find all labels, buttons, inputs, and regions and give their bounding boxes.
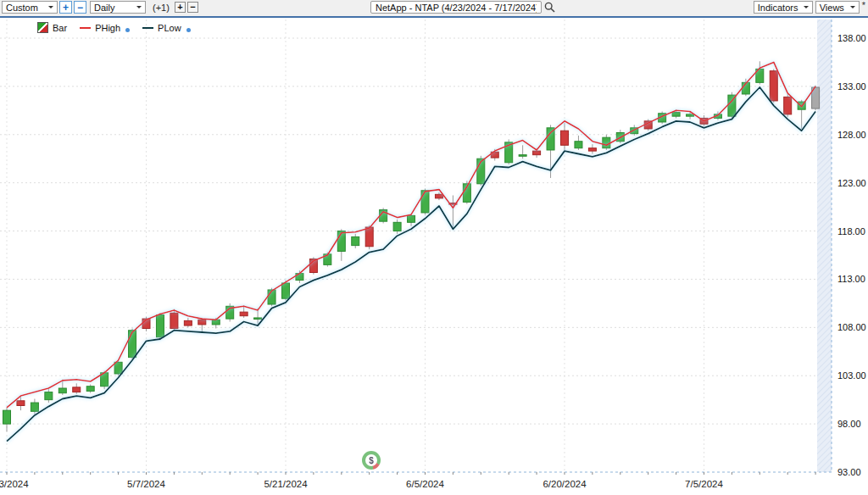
- y-axis-label: 113.00: [837, 274, 865, 284]
- legend-bar-label: Bar: [53, 23, 67, 33]
- candle: [421, 191, 429, 213]
- frequency-dropdown-label: Daily: [94, 3, 114, 13]
- indicator-marker-icon[interactable]: [186, 28, 191, 32]
- candle: [575, 142, 582, 148]
- period-dropdown[interactable]: Custom: [2, 1, 58, 14]
- y-axis-label: 118.00: [837, 226, 865, 236]
- candle: [198, 320, 206, 325]
- candle: [45, 392, 53, 400]
- zoom-in-button[interactable]: +: [59, 1, 72, 14]
- candle: [212, 320, 220, 325]
- chevron-down-icon: [48, 6, 53, 11]
- plow-line-icon: [142, 27, 153, 29]
- indicators-button-label: Indicators: [758, 3, 798, 13]
- candle: [408, 215, 415, 222]
- candle: [672, 113, 680, 117]
- bar-decrease-button[interactable]: −: [187, 2, 198, 13]
- candle: [73, 387, 81, 392]
- chevron-down-icon: [804, 6, 809, 11]
- bar-increase-button[interactable]: +: [175, 2, 186, 13]
- candle: [184, 320, 192, 325]
- y-axis-label: 133.00: [837, 81, 866, 92]
- candle: [588, 148, 596, 151]
- horizontal-gridlines: [0, 38, 832, 424]
- y-axis-label: 128.00: [837, 130, 866, 140]
- toolbar-left-group: Custom + − Daily (+1) + −: [2, 1, 198, 14]
- candle: [435, 194, 442, 198]
- x-axis-label: 5/21/2024: [264, 479, 308, 489]
- candle: [687, 114, 694, 116]
- candle: [365, 227, 373, 247]
- y-axis-labels: 138.00133.00128.00123.00118.00113.00108.…: [837, 33, 866, 477]
- candle: [519, 155, 526, 157]
- candle: [129, 331, 136, 358]
- candle: [240, 312, 248, 316]
- y-axis-label: 138.00: [837, 33, 866, 43]
- y-axis-label: 123.00: [837, 178, 866, 188]
- y-axis-label: 93.00: [837, 467, 861, 477]
- chart-area: 138.00133.00128.00123.00118.00113.00108.…: [0, 18, 868, 495]
- symbol-input[interactable]: [370, 1, 542, 14]
- candle: [31, 403, 38, 411]
- indicator-marker-icon[interactable]: [125, 28, 130, 32]
- barchart-logo-icon: $: [362, 451, 381, 470]
- x-axis-label: 6/5/2024: [406, 479, 444, 489]
- candle: [17, 401, 25, 406]
- candle: [254, 318, 262, 320]
- candle: [156, 315, 164, 337]
- zoom-out-button[interactable]: −: [74, 1, 86, 14]
- chart-legend: Bar PHigh PLow: [37, 22, 191, 33]
- y-axis-label: 103.00: [837, 370, 866, 381]
- unsaved-changes-marker: *: [862, 2, 865, 8]
- period-dropdown-label: Custom: [6, 3, 38, 13]
- candle: [282, 283, 290, 298]
- candle: [170, 313, 178, 328]
- aggregation-label: (+1): [153, 3, 170, 13]
- x-axis-label: 7/5/2024: [685, 479, 723, 489]
- dollar-sign: $: [365, 454, 377, 466]
- x-axis-label: 4/23/2024: [0, 479, 29, 489]
- toolbar-right-group: Indicators Views *: [754, 1, 865, 14]
- views-button-label: Views: [820, 3, 844, 13]
- x-axis-label: 5/7/2024: [127, 479, 165, 489]
- y-axis-label: 108.00: [837, 322, 866, 332]
- candle: [114, 362, 122, 374]
- candle: [533, 151, 541, 155]
- chevron-down-icon: [136, 6, 142, 11]
- candle: [561, 131, 569, 145]
- chevron-down-icon: [850, 6, 855, 11]
- legend-item-phigh[interactable]: PHigh: [80, 23, 130, 33]
- candle: [393, 222, 401, 231]
- x-axis-label: 6/20/2024: [542, 479, 587, 489]
- toolbar-center-group: [370, 1, 555, 14]
- price-chart[interactable]: 138.00133.00128.00123.00118.00113.00108.…: [0, 18, 868, 495]
- bar-series-icon: [37, 22, 48, 33]
- candle: [770, 71, 777, 101]
- views-button[interactable]: Views: [815, 1, 860, 14]
- phigh-line-icon: [80, 27, 91, 29]
- candle: [603, 137, 610, 148]
- candle: [58, 388, 66, 393]
- legend-phigh-label: PHigh: [95, 23, 120, 33]
- legend-item-bar[interactable]: Bar: [37, 22, 67, 33]
- candle: [352, 236, 359, 245]
- y-axis-label: 98.00: [837, 419, 861, 429]
- x-axis-labels: 4/23/20245/7/20245/21/20246/5/20246/20/2…: [0, 479, 723, 489]
- candle: [86, 387, 94, 392]
- frequency-dropdown[interactable]: Daily: [90, 1, 146, 14]
- legend-item-plow[interactable]: PLow: [142, 23, 191, 33]
- candle: [784, 97, 792, 114]
- toolbar: Custom + − Daily (+1) + − Indicators Vie…: [0, 0, 868, 18]
- search-icon[interactable]: [544, 2, 555, 13]
- legend-plow-label: PLow: [158, 23, 181, 33]
- candle: [3, 410, 11, 424]
- indicators-button[interactable]: Indicators: [754, 1, 813, 14]
- plow-line: [7, 87, 815, 442]
